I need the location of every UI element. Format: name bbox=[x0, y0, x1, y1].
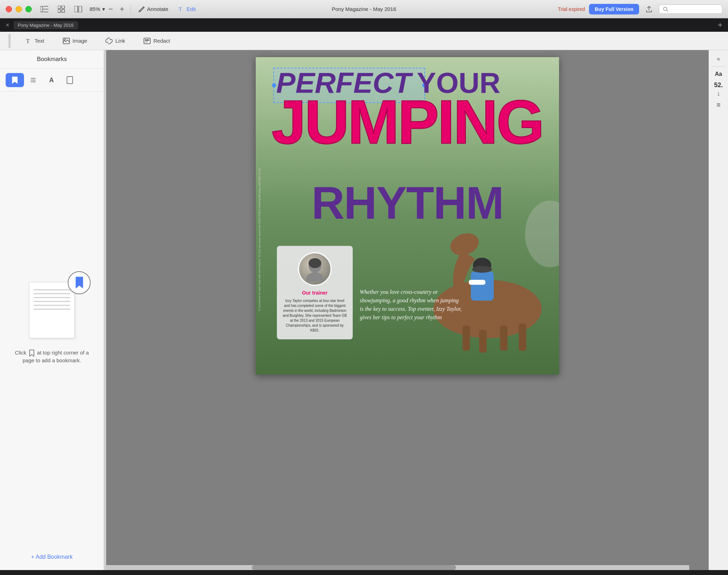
image-tool-icon bbox=[63, 38, 70, 44]
link-tool-icon bbox=[105, 38, 113, 44]
svg-point-12 bbox=[663, 7, 667, 11]
sidebar-tab-text[interactable]: A bbox=[42, 73, 61, 87]
perfect-word: PERFECT bbox=[276, 68, 411, 97]
caption-text: Whether you love cross-country or showju… bbox=[360, 288, 462, 322]
minimize-button[interactable] bbox=[16, 6, 22, 12]
sidebar-toggle-button[interactable] bbox=[39, 4, 50, 15]
image-tool-button[interactable]: Image bbox=[59, 36, 91, 46]
doc-scrollbar[interactable] bbox=[106, 565, 689, 570]
zoom-control[interactable]: 85% ▾ bbox=[90, 6, 105, 12]
svg-point-29 bbox=[447, 230, 482, 259]
svg-rect-19 bbox=[145, 41, 148, 42]
svg-line-13 bbox=[667, 10, 668, 12]
page-number: 52. bbox=[714, 81, 723, 89]
text-tool-button[interactable]: T Text bbox=[22, 36, 48, 46]
svg-text:T: T bbox=[26, 38, 30, 44]
tab-bar: × Pony Magazine - May 2016 + bbox=[0, 18, 728, 32]
scrollbar-thumb[interactable] bbox=[252, 565, 456, 570]
add-bookmark-button[interactable]: + Add Bookmark bbox=[25, 551, 78, 563]
trainer-avatar bbox=[298, 252, 332, 286]
line-3 bbox=[34, 297, 70, 298]
text-tool-icon: T bbox=[25, 38, 32, 44]
svg-rect-33 bbox=[519, 323, 526, 351]
maximize-button[interactable] bbox=[25, 6, 32, 12]
doc-page: PERFECT YOUR JUMPING RHYTHM bbox=[256, 57, 559, 375]
trainer-card: Our trainer Izzy Taylor competes at four… bbox=[277, 246, 353, 339]
buy-full-version-button[interactable]: Buy Full Version bbox=[589, 4, 639, 14]
page-sub-display: 1 bbox=[717, 92, 720, 97]
sidebar-tab-bookmark[interactable] bbox=[6, 73, 24, 87]
annotate-label: Annotate bbox=[147, 6, 168, 12]
collapse-icon: « bbox=[717, 56, 720, 62]
svg-line-10 bbox=[139, 11, 139, 12]
doc-area: PERFECT YOUR JUMPING RHYTHM bbox=[106, 50, 709, 570]
magazine-page: PERFECT YOUR JUMPING RHYTHM bbox=[256, 57, 559, 375]
bookmark-page bbox=[29, 282, 75, 338]
font-size-button[interactable]: Aa bbox=[714, 69, 723, 79]
close-button[interactable] bbox=[6, 6, 12, 12]
svg-rect-23 bbox=[67, 77, 73, 84]
traffic-lights bbox=[6, 6, 32, 12]
svg-rect-9 bbox=[79, 6, 82, 12]
add-tab-button[interactable]: + bbox=[718, 20, 722, 30]
bookmark-circle-icon bbox=[68, 271, 91, 294]
sidebar-title: Bookmarks bbox=[0, 50, 104, 69]
your-word: YOUR bbox=[417, 68, 500, 97]
titlebar: 85% ▾ − + Annotate T Edit Pony Magazine … bbox=[0, 0, 728, 18]
svg-rect-0 bbox=[41, 6, 43, 12]
horse-rider-area bbox=[396, 168, 559, 375]
main-layout: Bookmarks A bbox=[0, 50, 728, 570]
sidebar-empty-text: Click at top right corner of a page to a… bbox=[8, 349, 95, 365]
doc-toolbar: T Text Image Link Redact bbox=[0, 32, 728, 50]
link-tool-button[interactable]: Link bbox=[102, 36, 129, 46]
search-bar[interactable] bbox=[659, 5, 722, 14]
caption-area: Whether you love cross-country or showju… bbox=[360, 288, 462, 322]
line-5 bbox=[34, 305, 70, 306]
svg-rect-18 bbox=[145, 40, 149, 41]
redact-tool-button[interactable]: Redact bbox=[140, 36, 174, 46]
page-tab-icon bbox=[67, 76, 73, 84]
svg-rect-32 bbox=[500, 326, 508, 351]
aa-label: Aa bbox=[715, 71, 722, 77]
resizer-handle[interactable] bbox=[8, 34, 11, 48]
right-panel-collapse-button[interactable]: « bbox=[716, 54, 722, 63]
selection-handle-left[interactable] bbox=[272, 83, 276, 87]
sidebar-content: Click at top right corner of a page to a… bbox=[0, 92, 104, 551]
zoom-level: 85% bbox=[90, 6, 100, 12]
svg-point-26 bbox=[309, 258, 321, 268]
svg-rect-8 bbox=[74, 6, 78, 12]
trainer-title: Our trainer bbox=[282, 290, 348, 296]
line-2 bbox=[34, 293, 70, 294]
svg-rect-5 bbox=[62, 6, 65, 8]
bookmark-page-lines bbox=[34, 289, 70, 310]
annotate-button[interactable]: Annotate bbox=[134, 4, 173, 14]
bookmark-illustration bbox=[20, 278, 84, 342]
svg-rect-30 bbox=[462, 326, 470, 351]
svg-rect-6 bbox=[58, 10, 61, 12]
bookmark-tab-icon bbox=[11, 76, 19, 84]
sidebar-tab-list[interactable] bbox=[24, 73, 42, 87]
window-title: Pony Magazine - May 2016 bbox=[332, 6, 396, 12]
svg-rect-17 bbox=[144, 38, 150, 44]
share-button[interactable] bbox=[643, 4, 655, 15]
svg-rect-31 bbox=[479, 330, 487, 353]
search-input[interactable] bbox=[671, 6, 713, 12]
document-tab[interactable]: Pony Magazine - May 2016 bbox=[14, 21, 78, 29]
line-4 bbox=[34, 301, 70, 302]
trial-expired-label: Trial expired bbox=[558, 6, 585, 12]
sidebar-tab-page[interactable] bbox=[61, 73, 79, 87]
zoom-out-button[interactable]: − bbox=[105, 4, 116, 15]
redact-tool-icon bbox=[144, 38, 151, 44]
columns-view-button[interactable] bbox=[73, 4, 84, 15]
zoom-in-button[interactable]: + bbox=[116, 4, 128, 15]
page-number-display: 52. bbox=[714, 81, 723, 89]
grid-view-button[interactable] bbox=[56, 4, 67, 15]
right-panel-menu-button[interactable]: ≡ bbox=[715, 99, 722, 110]
jumping-word: JUMPING bbox=[256, 96, 559, 149]
edit-button[interactable]: T Edit bbox=[173, 4, 201, 14]
svg-rect-34 bbox=[471, 272, 494, 301]
trainer-silhouette bbox=[304, 257, 326, 282]
headline-jumping: JUMPING bbox=[256, 96, 559, 149]
trainer-text: Izzy Taylor competes at four-star level … bbox=[282, 298, 348, 333]
tab-close-button[interactable]: × bbox=[6, 22, 10, 29]
